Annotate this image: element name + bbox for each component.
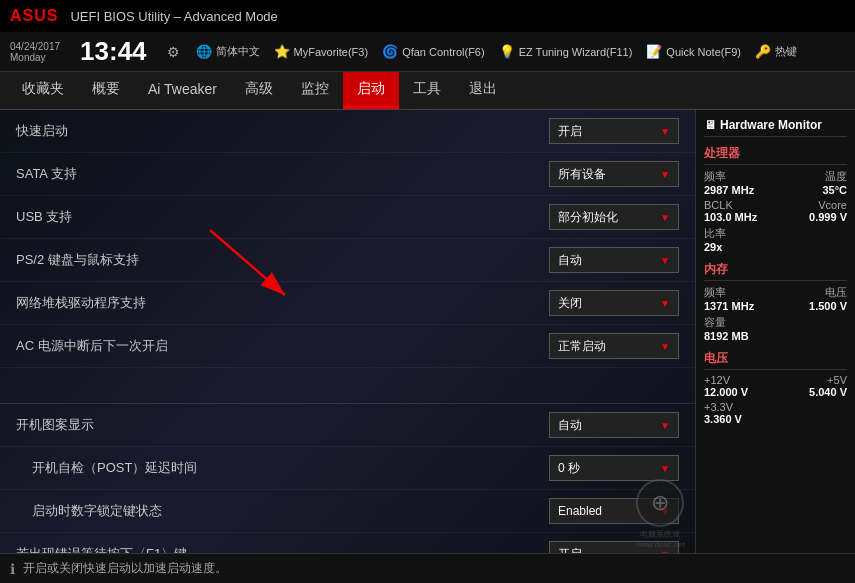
dropdown-arrow-icon: ▼ — [660, 298, 670, 309]
status-bar: ℹ 开启或关闭快速启动以加速启动速度。 — [0, 553, 855, 583]
setting-fast-boot: 快速启动 开启 ▼ — [0, 110, 695, 153]
setting-post-delay: 开机自检（POST）延迟时间 0 秒 ▼ — [0, 447, 695, 490]
fast-boot-dropdown[interactable]: 开启 ▼ — [549, 118, 679, 144]
ac-power-dropdown[interactable]: 正常启动 ▼ — [549, 333, 679, 359]
info-bar: 04/24/2017 Monday 13:44 ⚙ 🌐 简体中文 ⭐ MyFav… — [0, 32, 855, 72]
ps2-control[interactable]: 自动 ▼ — [549, 247, 679, 273]
key-icon: 🔑 — [755, 44, 771, 59]
dropdown-arrow-icon: ▼ — [660, 212, 670, 223]
usb-label: USB 支持 — [16, 208, 72, 226]
usb-dropdown[interactable]: 部分初始化 ▼ — [549, 204, 679, 230]
nav-favorites[interactable]: 收藏夹 — [8, 72, 78, 109]
post-delay-dropdown[interactable]: 0 秒 ▼ — [549, 455, 679, 481]
dropdown-arrow-icon: ▼ — [660, 549, 670, 554]
setting-network-stack: 网络堆栈驱动程序支持 关闭 ▼ — [0, 282, 695, 325]
sata-label: SATA 支持 — [16, 165, 77, 183]
title-bar: ASUS UEFI BIOS Utility – Advanced Mode — [0, 0, 855, 32]
ac-power-label: AC 电源中断后下一次开启 — [16, 337, 168, 355]
boot-logo-control[interactable]: 自动 ▼ — [549, 412, 679, 438]
note-icon: 📝 — [646, 44, 662, 59]
setting-ps2: PS/2 键盘与鼠标支持 自动 ▼ — [0, 239, 695, 282]
dropdown-arrow-icon: ▼ — [660, 126, 670, 137]
dropdown-arrow-icon: ▼ — [660, 420, 670, 431]
hw-mem-freq-row: 频率 1371 MHz 电压 1.500 V — [704, 285, 847, 312]
nav-tools[interactable]: 工具 — [399, 72, 455, 109]
ps2-dropdown[interactable]: 自动 ▼ — [549, 247, 679, 273]
info-items: 🌐 简体中文 ⭐ MyFavorite(F3) 🌀 Qfan Control(F… — [196, 44, 845, 59]
hw-12v-row: +12V 12.000 V +5V 5.040 V — [704, 374, 847, 398]
nav-monitor[interactable]: 监控 — [287, 72, 343, 109]
setting-boot-logo: 开机图案显示 自动 ▼ — [0, 404, 695, 447]
nav-overview[interactable]: 概要 — [78, 72, 134, 109]
language-selector[interactable]: 🌐 简体中文 — [196, 44, 260, 59]
memory-section-title: 内存 — [704, 261, 847, 281]
boot-logo-label: 开机图案显示 — [16, 416, 94, 434]
hw-cpu-bclk-row: BCLK 103.0 MHz Vcore 0.999 V — [704, 199, 847, 223]
ac-power-control[interactable]: 正常启动 ▼ — [549, 333, 679, 359]
main-content: 快速启动 开启 ▼ SATA 支持 所有设备 ▼ USB 支持 部分初始 — [0, 110, 855, 553]
fast-boot-control[interactable]: 开启 ▼ — [549, 118, 679, 144]
bios-title: UEFI BIOS Utility – Advanced Mode — [70, 9, 277, 24]
quick-note-button[interactable]: 📝 Quick Note(F9) — [646, 44, 741, 59]
hw-cpu-ratio-row: 比率 29x — [704, 226, 847, 253]
dropdown-arrow-icon: ▼ — [660, 341, 670, 352]
boot-logo-dropdown[interactable]: 自动 ▼ — [549, 412, 679, 438]
settings-gear-icon[interactable]: ⚙ — [167, 44, 180, 60]
star-icon: ⭐ — [274, 44, 290, 59]
usb-control[interactable]: 部分初始化 ▼ — [549, 204, 679, 230]
divider-row — [0, 368, 695, 404]
processor-section-title: 处理器 — [704, 145, 847, 165]
sata-dropdown[interactable]: 所有设备 ▼ — [549, 161, 679, 187]
nav-boot[interactable]: 启动 — [343, 72, 399, 109]
setting-sata: SATA 支持 所有设备 ▼ — [0, 153, 695, 196]
qfan-control-button[interactable]: 🌀 Qfan Control(F6) — [382, 44, 485, 59]
bulb-icon: 💡 — [499, 44, 515, 59]
fast-boot-label: 快速启动 — [16, 122, 68, 140]
info-icon: ℹ — [10, 561, 15, 577]
ez-tuning-button[interactable]: 💡 EZ Tuning Wizard(F11) — [499, 44, 633, 59]
ps2-label: PS/2 键盘与鼠标支持 — [16, 251, 139, 269]
post-delay-label: 开机自检（POST）延迟时间 — [16, 459, 197, 477]
dropdown-arrow-icon: ▼ — [660, 463, 670, 474]
hotkey-button[interactable]: 🔑 热键 — [755, 44, 797, 59]
voltage-section-title: 电压 — [704, 350, 847, 370]
hw-monitor-panel: 🖥 Hardware Monitor 处理器 频率 2987 MHz 温度 35… — [695, 110, 855, 553]
watermark: ⊕ 电脑系统城www.dnxc.net — [636, 479, 685, 549]
numlock-label: 启动时数字锁定键状态 — [16, 502, 162, 520]
watermark-text: 电脑系统城www.dnxc.net — [636, 529, 685, 549]
f1-wait-label: 若出现错误等待按下〈F1〉键 — [16, 545, 187, 553]
sata-control[interactable]: 所有设备 ▼ — [549, 161, 679, 187]
hw-cpu-freq-row: 频率 2987 MHz 温度 35°C — [704, 169, 847, 196]
date-display: 04/24/2017 Monday — [10, 41, 60, 63]
fan-icon: 🌀 — [382, 44, 398, 59]
hw-33v-row: +3.3V 3.360 V — [704, 401, 847, 425]
network-stack-control[interactable]: 关闭 ▼ — [549, 290, 679, 316]
monitor-icon: 🖥 — [704, 118, 716, 132]
network-stack-dropdown[interactable]: 关闭 ▼ — [549, 290, 679, 316]
setting-ac-power: AC 电源中断后下一次开启 正常启动 ▼ — [0, 325, 695, 368]
post-delay-control[interactable]: 0 秒 ▼ — [549, 455, 679, 481]
network-stack-label: 网络堆栈驱动程序支持 — [16, 294, 146, 312]
hw-mem-capacity-row: 容量 8192 MB — [704, 315, 847, 342]
asus-logo: ASUS — [10, 7, 58, 25]
time-display: 13:44 — [80, 36, 147, 67]
globe-icon: 🌐 — [196, 44, 212, 59]
status-text: 开启或关闭快速启动以加速启动速度。 — [23, 560, 227, 577]
nav-exit[interactable]: 退出 — [455, 72, 511, 109]
setting-usb: USB 支持 部分初始化 ▼ — [0, 196, 695, 239]
settings-panel: 快速启动 开启 ▼ SATA 支持 所有设备 ▼ USB 支持 部分初始 — [0, 110, 695, 553]
nav-advanced[interactable]: 高级 — [231, 72, 287, 109]
dropdown-arrow-icon: ▼ — [660, 255, 670, 266]
setting-numlock: 启动时数字锁定键状态 Enabled ▼ — [0, 490, 695, 533]
setting-f1-wait: 若出现错误等待按下〈F1〉键 开启 ▼ — [0, 533, 695, 553]
nav-bar: 收藏夹 概要 Ai Tweaker 高级 监控 启动 工具 退出 — [0, 72, 855, 110]
dropdown-arrow-icon: ▼ — [660, 169, 670, 180]
my-favorite-button[interactable]: ⭐ MyFavorite(F3) — [274, 44, 369, 59]
nav-ai-tweaker[interactable]: Ai Tweaker — [134, 72, 231, 109]
hw-monitor-title: 🖥 Hardware Monitor — [704, 118, 847, 137]
